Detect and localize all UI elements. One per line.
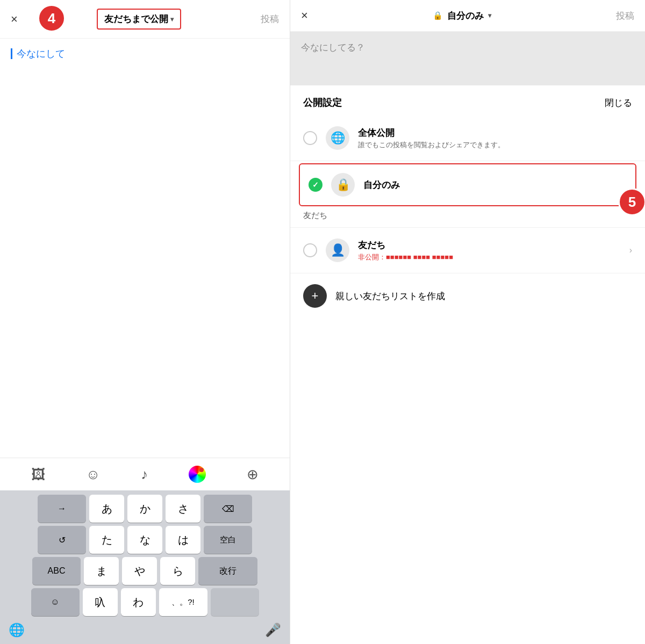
left-compose-text: 今なにして	[11, 48, 65, 59]
globe-icon[interactable]: 🌐	[9, 623, 25, 638]
left-close-button[interactable]: ×	[11, 12, 18, 26]
radio-only-me[interactable]	[309, 178, 322, 192]
key-undo[interactable]: ↺	[38, 526, 86, 554]
privacy-settings-close-button[interactable]: 閉じる	[605, 97, 632, 109]
key-abc[interactable]: ABC	[32, 557, 81, 585]
key-ya[interactable]: や	[122, 557, 157, 585]
key-a[interactable]: あ	[89, 495, 124, 523]
key-na[interactable]: な	[127, 526, 162, 554]
option-public-title: 全体公開	[358, 127, 632, 139]
right-post-button[interactable]: 投稿	[616, 10, 634, 22]
left-panel: × 友だちまで公開 ▾ 投稿 4 今なにして 🖼 ☺ ♪ ⊕ → あ か さ ⌫…	[0, 0, 290, 644]
right-compose-area[interactable]: 今なにしてる？	[290, 32, 645, 85]
music-icon[interactable]: ♪	[141, 466, 148, 483]
option-public[interactable]: 🌐 全体公開 誰でもこの投稿を閲覧およびシェアできます。	[290, 118, 645, 158]
friends-section-label: 友だち	[290, 206, 645, 225]
key-ha[interactable]: は	[166, 526, 200, 554]
radio-friends[interactable]	[303, 243, 317, 257]
key-ma[interactable]: ま	[84, 557, 119, 585]
left-compose-area[interactable]: 今なにして	[0, 39, 290, 458]
option-only-me[interactable]: 🔒 自分のみ	[300, 164, 635, 205]
key-punctuation[interactable]: 、。?!	[159, 588, 207, 616]
left-header: × 友だちまで公開 ▾ 投稿 4	[0, 0, 290, 39]
key-sa[interactable]: さ	[166, 495, 200, 523]
keyboard-area: → あ か さ ⌫ ↺ た な は 空白 ABC ま や ら 改行 ☺ 叺 わ …	[0, 490, 290, 644]
key-ka[interactable]: か	[127, 495, 162, 523]
key-wa[interactable]: わ	[121, 588, 156, 616]
key-arrow-right[interactable]: →	[38, 495, 86, 523]
keyboard-row-4: ☺ 叺 わ 、。?!	[2, 588, 288, 616]
option-friends-subtitle: 非公開：■■■■■■ ■■■■ ■■■■■	[358, 252, 621, 262]
key-backspace[interactable]: ⌫	[204, 495, 252, 523]
radio-public[interactable]	[303, 131, 317, 145]
option-friends-title: 友だち	[358, 239, 621, 251]
key-emoji[interactable]: ☺	[31, 588, 80, 616]
left-post-button[interactable]: 投稿	[261, 13, 279, 25]
option-only-me-wrapper: 🔒 自分のみ 5	[290, 163, 645, 206]
left-privacy-button[interactable]: 友だちまで公開 ▾	[97, 9, 181, 30]
option-friends-content: 友だち 非公開：■■■■■■ ■■■■ ■■■■■	[358, 239, 621, 262]
privacy-settings-title: 公開設定	[303, 96, 342, 109]
key-enter[interactable]: 改行	[198, 557, 257, 585]
left-toolbar: 🖼 ☺ ♪ ⊕	[0, 458, 290, 490]
divider-1	[290, 161, 645, 161]
option-only-me-icon: 🔒	[331, 173, 355, 197]
key-ta[interactable]: た	[89, 526, 124, 554]
step-5-indicator: 5	[618, 188, 645, 216]
keyboard-row-3: ABC ま や ら 改行	[2, 557, 288, 585]
key-ya2[interactable]: 叺	[83, 588, 118, 616]
privacy-settings-header: 公開設定 閉じる	[290, 85, 645, 118]
image-icon[interactable]: 🖼	[31, 466, 45, 483]
keyboard-row-1: → あ か さ ⌫	[2, 495, 288, 523]
right-privacy-chevron: ▾	[488, 12, 491, 19]
divider-2	[290, 227, 645, 228]
right-privacy-label: 自分のみ	[447, 10, 484, 22]
divider-3	[290, 273, 645, 273]
keyboard-bottom: 🌐 🎤	[2, 619, 288, 638]
keyboard-row-2: ↺ た な は 空白	[2, 526, 288, 554]
right-panel: × 🔒 自分のみ ▾ 投稿 今なにしてる？ 公開設定 閉じる 🌐 全体公開 誰で…	[290, 0, 645, 644]
key-ra[interactable]: ら	[160, 557, 195, 585]
right-close-button[interactable]: ×	[301, 9, 308, 23]
option-only-me-title: 自分のみ	[363, 179, 627, 191]
key-space[interactable]: 空白	[204, 526, 252, 554]
lock-icon: 🔒	[433, 11, 443, 20]
option-friends-arrow: ›	[629, 245, 632, 255]
microphone-icon[interactable]: 🎤	[265, 623, 281, 638]
location-icon[interactable]: ⊕	[247, 466, 259, 483]
option-only-me-selected-box: 🔒 自分のみ 5	[299, 163, 636, 206]
option-public-icon: 🌐	[326, 126, 349, 150]
color-wheel-icon[interactable]	[189, 466, 206, 483]
left-privacy-label: 友だちまで公開	[104, 13, 168, 25]
right-privacy-button[interactable]: 🔒 自分のみ ▾	[433, 10, 491, 22]
privacy-settings-panel: 公開設定 閉じる 🌐 全体公開 誰でもこの投稿を閲覧およびシェアできます。 🔒 …	[290, 85, 645, 644]
option-friends[interactable]: 👤 友だち 非公開：■■■■■■ ■■■■ ■■■■■ ›	[290, 230, 645, 271]
option-only-me-content: 自分のみ	[363, 179, 627, 191]
right-header: × 🔒 自分のみ ▾ 投稿	[290, 0, 645, 32]
emoji-icon[interactable]: ☺	[86, 466, 101, 483]
left-privacy-chevron: ▾	[170, 16, 174, 23]
key-empty	[211, 588, 259, 616]
right-compose-placeholder: 今なにしてる？	[301, 42, 365, 53]
option-public-subtitle: 誰でもこの投稿を閲覧およびシェアできます。	[358, 140, 632, 150]
option-public-content: 全体公開 誰でもこの投稿を閲覧およびシェアできます。	[358, 127, 632, 150]
option-friends-icon: 👤	[326, 238, 349, 262]
step-4-indicator: 4	[38, 4, 66, 32]
create-list-button[interactable]: + 親しい友だちリストを作成	[290, 276, 645, 316]
create-list-label: 親しい友だちリストを作成	[335, 290, 445, 302]
plus-icon: +	[303, 284, 327, 308]
